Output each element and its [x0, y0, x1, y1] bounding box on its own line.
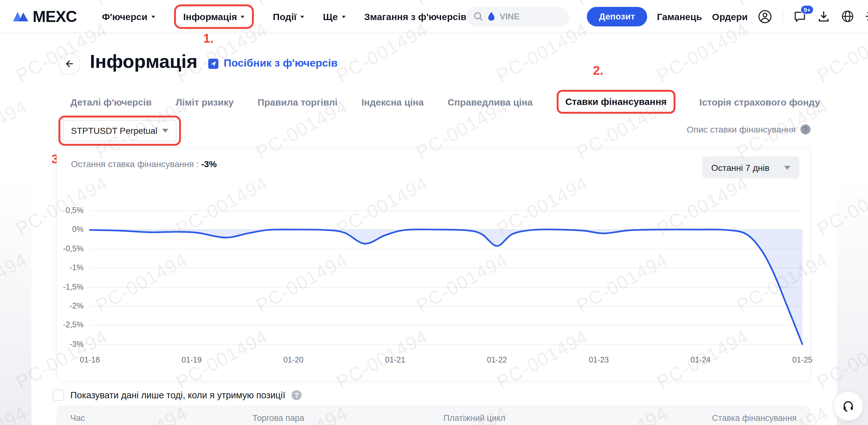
annotation-box-1: Інформація 1.	[174, 4, 254, 29]
nav-item-information[interactable]: Інформація	[183, 11, 244, 22]
y-tick-label: -1,5%	[57, 282, 84, 292]
chevron-down-icon	[300, 16, 304, 20]
column-header-cycle: Платіжний цикл	[443, 414, 505, 423]
back-button[interactable]	[58, 53, 81, 75]
nav-item-label: Інформація	[183, 11, 237, 22]
help-icon[interactable]: ?	[800, 124, 810, 134]
orders-link[interactable]: Ордери	[712, 11, 748, 22]
search-value: VINE	[500, 11, 520, 21]
guide-book-icon	[207, 58, 219, 69]
tab-risk-limit[interactable]: Ліміт ризику	[176, 96, 234, 107]
search-icon	[473, 11, 484, 21]
symbol-select[interactable]: STPTUSDT Perpetual	[63, 120, 177, 141]
chevron-down-icon	[162, 129, 168, 136]
positions-only-checkbox[interactable]	[53, 390, 64, 401]
guide-link-label: Посібник з ф'ючерсів	[224, 57, 338, 70]
watermark-text: PC-001494	[0, 249, 31, 316]
positions-only-label: Показувати дані лише тоді, коли я утриму…	[70, 390, 285, 400]
time-range-value: Останні 7 днів	[711, 162, 769, 173]
latest-funding-rate: Остання ставка фінансування : -3%	[71, 159, 217, 169]
positions-only-filter: Показувати дані лише тоді, коли я утриму…	[53, 390, 302, 401]
tab-insurance-fund-history[interactable]: Історія страхового фонду	[699, 96, 820, 107]
tab-index-price[interactable]: Індексна ціна	[361, 96, 424, 107]
mexc-logo[interactable]: MEXC	[12, 7, 76, 25]
nav-item-label: Події	[273, 11, 297, 22]
column-header-time: Час	[70, 414, 85, 423]
support-button[interactable]	[833, 391, 863, 421]
annotation-step-2: 2.	[593, 63, 603, 78]
x-tick-label: 01-25	[792, 356, 812, 364]
nav-item-futures-competition[interactable]: Змагання з ф'ючерсів	[364, 11, 466, 22]
page-title: Інформація	[90, 51, 197, 72]
x-tick-label: 01-20	[283, 356, 304, 364]
watermark-text: PC-001494	[0, 402, 31, 425]
tab-futures-details[interactable]: Деталі ф'ючерсів	[70, 96, 152, 107]
latest-funding-rate-label: Остання ставка фінансування :	[71, 159, 198, 169]
headset-icon	[841, 399, 855, 413]
chevron-down-icon	[151, 16, 155, 20]
y-tick-label: 0%	[57, 224, 84, 235]
y-tick-label: -2%	[57, 301, 84, 311]
chevron-down-icon	[784, 165, 790, 173]
language-globe-icon[interactable]	[841, 9, 855, 23]
nav-item-label: Змагання з ф'ючерсів	[364, 11, 466, 22]
top-navbar: MEXC Ф'ючерси Інформація 1. Події Ще	[0, 0, 868, 33]
mexc-futures-information-page: MEXC Ф'ючерси Інформація 1. Події Ще	[0, 0, 868, 425]
tab-trading-rules[interactable]: Правила торгівлі	[258, 96, 338, 107]
wallet-link[interactable]: Гаманець	[657, 11, 702, 22]
x-tick-label: 01-18	[80, 356, 100, 364]
column-header-pair: Торгова пара	[253, 414, 304, 423]
brand-name: MEXC	[33, 7, 76, 25]
chat-badge: 9+	[801, 5, 814, 14]
x-tick-label: 01-19	[182, 356, 202, 364]
latest-funding-rate-value: -3%	[201, 159, 217, 169]
profile-icon[interactable]	[758, 9, 772, 24]
arrow-left-icon	[64, 58, 75, 69]
x-tick-label: 01-22	[487, 356, 507, 364]
watermark-text: PC-001494	[0, 95, 31, 163]
divider	[782, 11, 783, 22]
annotation-step-1: 1.	[203, 31, 214, 45]
y-tick-label: -2,5%	[57, 320, 84, 330]
annotation-box-3: STPTUSDT Perpetual 3.	[58, 116, 181, 146]
chevron-down-icon	[241, 16, 245, 20]
nav-item-events[interactable]: Події	[273, 11, 304, 22]
y-tick-label: -3%	[57, 339, 84, 349]
help-icon[interactable]: ?	[291, 390, 302, 400]
nav-item-futures[interactable]: Ф'ючерси	[102, 11, 155, 22]
mexc-logo-icon	[12, 9, 29, 24]
theme-toggle-icon[interactable]	[865, 9, 868, 23]
nav-item-label: Ф'ючерси	[102, 11, 147, 22]
funding-history-table-header: Час Торгова пара Платіжний цикл Ставка ф…	[57, 405, 810, 425]
chat-icon[interactable]: 9+	[793, 9, 807, 23]
tab-funding-rates[interactable]: Ставки фінансування	[565, 96, 666, 107]
deposit-button[interactable]: Депозит	[587, 7, 647, 26]
funding-rate-chart-card: Остання ставка фінансування : -3% Останн…	[57, 148, 810, 381]
download-icon[interactable]	[817, 9, 831, 23]
x-tick-label: 01-21	[385, 356, 405, 364]
tab-fair-price[interactable]: Справедлива ціна	[448, 96, 533, 107]
y-tick-label: -0,5%	[57, 244, 84, 254]
search-input[interactable]: VINE	[466, 7, 569, 26]
nav-menu: Ф'ючерси Інформація 1. Події Ще Змагання…	[102, 4, 466, 29]
funding-rate-line-chart	[90, 210, 802, 345]
symbol-select-value: STPTUSDT Perpetual	[71, 126, 157, 136]
time-range-select[interactable]: Останні 7 днів	[703, 156, 799, 178]
screenshot-stage: MEXC Ф'ючерси Інформація 1. Події Ще	[0, 0, 868, 425]
navbar-right: VINE Депозит Гаманець Ордери 9+	[466, 7, 868, 26]
nav-item-more[interactable]: Ще	[323, 11, 345, 22]
y-tick-label: 0,5%	[57, 206, 84, 215]
futures-guide-link[interactable]: Посібник з ф'ючерсів	[207, 57, 338, 70]
nav-item-label: Ще	[323, 11, 338, 22]
column-header-funding-rate: Ставка фінансування	[712, 414, 797, 423]
token-drop-icon	[488, 12, 495, 21]
funding-desc-label: Опис ставки фінансування	[687, 124, 796, 134]
x-tick-label: 01-24	[690, 356, 711, 364]
funding-rate-description-link[interactable]: Опис ставки фінансування ?	[687, 124, 810, 134]
chevron-down-icon	[341, 16, 345, 20]
info-tabs: Деталі ф'ючерсів Ліміт ризику Правила то…	[70, 90, 820, 114]
x-tick-label: 01-23	[589, 356, 609, 364]
y-tick-label: -1%	[57, 263, 84, 273]
annotation-box-2: Ставки фінансування 2.	[556, 90, 675, 114]
